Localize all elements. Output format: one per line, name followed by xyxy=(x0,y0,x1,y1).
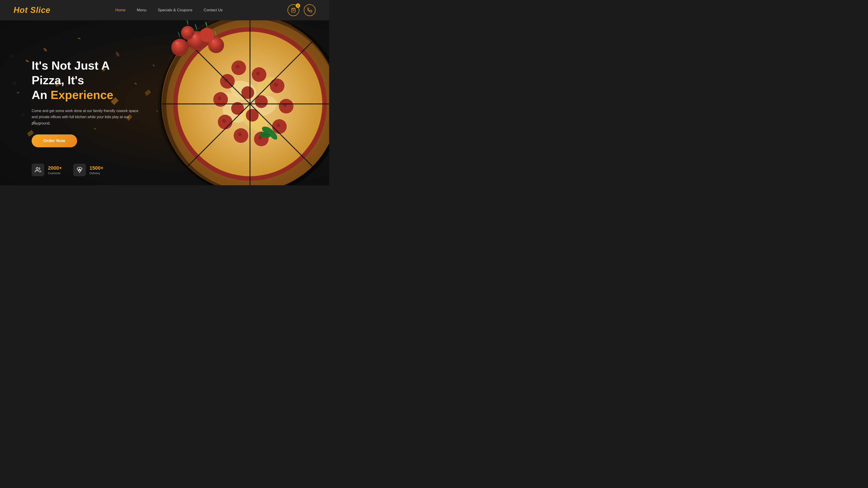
svg-point-86 xyxy=(256,96,267,107)
svg-point-105 xyxy=(79,170,79,170)
cart-badge: 2 xyxy=(296,3,300,8)
phone-button[interactable] xyxy=(304,4,315,16)
stat-delivery: 1500+ Delivery xyxy=(73,164,103,176)
hero-title-line1: It's Not Just A Pizza, It's xyxy=(32,59,110,87)
nav-actions: 2 xyxy=(287,4,315,16)
svg-point-72 xyxy=(222,119,226,123)
stat-delivery-number: 1500+ xyxy=(90,165,103,171)
nav-item-menu[interactable]: Menu xyxy=(137,8,147,12)
svg-point-89 xyxy=(247,110,258,121)
phone-icon xyxy=(307,8,312,13)
cart-button[interactable]: 2 xyxy=(287,4,299,16)
hero-content: It's Not Just A Pizza, It's An Experienc… xyxy=(0,58,140,147)
svg-point-76 xyxy=(218,96,221,100)
stat-delivery-info: 1500+ Delivery xyxy=(90,165,103,175)
stat-delivery-label: Delivery xyxy=(90,171,103,175)
nav-item-specials[interactable]: Specials & Coupons xyxy=(158,8,192,12)
hero-title: It's Not Just A Pizza, It's An Experienc… xyxy=(32,58,140,102)
nav-links: Home Menu Specials & Coupons Contact Us xyxy=(115,8,223,12)
pizza-slice-icon xyxy=(76,167,83,173)
nav-item-contact[interactable]: Contact Us xyxy=(204,8,223,12)
hero-title-line2: An Experience xyxy=(32,88,113,101)
svg-point-104 xyxy=(79,169,80,170)
svg-point-106 xyxy=(80,170,81,170)
pizza-image xyxy=(157,20,329,185)
stat-customers-number: 2000+ xyxy=(48,165,62,171)
svg-point-48 xyxy=(256,72,260,75)
delivery-icon-box xyxy=(73,164,86,176)
hero-title-accent: Experience xyxy=(51,88,114,101)
svg-point-52 xyxy=(274,83,278,87)
hero-stats: 2000+ Customer 1500+ Delivery xyxy=(32,164,103,176)
stat-customers-info: 2000+ Customer xyxy=(48,165,62,175)
svg-point-60 xyxy=(276,124,280,127)
nav-item-home[interactable]: Home xyxy=(115,8,125,12)
navbar: Hot Slice Home Menu Specials & Coupons C… xyxy=(0,0,329,20)
hero-description: Come and get some work done at our famil… xyxy=(32,108,140,126)
hero-section: It's Not Just A Pizza, It's An Experienc… xyxy=(0,20,329,185)
brand-logo[interactable]: Hot Slice xyxy=(13,5,51,15)
svg-point-68 xyxy=(238,133,242,136)
svg-point-44 xyxy=(236,65,239,68)
shopping-bag-icon xyxy=(291,8,296,13)
stat-customers: 2000+ Customer xyxy=(32,164,62,176)
svg-point-103 xyxy=(36,168,38,170)
stat-customers-label: Customer xyxy=(48,171,62,175)
customers-icon-box xyxy=(32,164,44,176)
hero-title-an: An xyxy=(32,88,51,101)
svg-point-83 xyxy=(242,87,253,98)
order-now-button[interactable]: Order Now xyxy=(32,134,77,147)
users-icon xyxy=(35,167,41,173)
